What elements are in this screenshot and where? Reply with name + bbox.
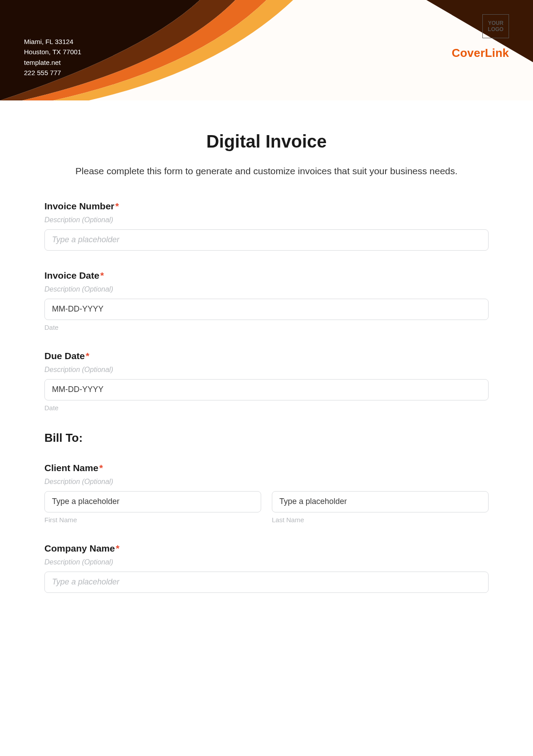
field-description: Description (Optional)	[44, 366, 489, 374]
field-description: Description (Optional)	[44, 285, 489, 293]
form-content: Digital Invoice Please complete this for…	[0, 100, 533, 602]
address-line: template.net	[24, 57, 81, 68]
required-marker: *	[100, 270, 104, 280]
field-label: Invoice Date*	[44, 270, 489, 281]
header-banner: Miami, FL 33124 Houston, TX 77001 templa…	[0, 0, 533, 100]
section-bill-to: Bill To:	[44, 431, 489, 445]
page-title: Digital Invoice	[44, 132, 489, 152]
client-first-name-input[interactable]	[44, 491, 261, 512]
label-text: Company Name	[44, 543, 115, 553]
company-name-input[interactable]	[44, 572, 489, 593]
field-description: Description (Optional)	[44, 478, 489, 486]
page-description: Please complete this form to generate an…	[44, 164, 489, 179]
required-marker: *	[116, 543, 119, 553]
field-invoice-number: Invoice Number* Description (Optional)	[44, 201, 489, 251]
field-sublabel: Date	[44, 404, 489, 412]
required-marker: *	[86, 351, 89, 361]
logo-block: YOUR LOGO CoverLink	[452, 14, 509, 60]
field-company-name: Company Name* Description (Optional)	[44, 543, 489, 593]
due-date-input[interactable]	[44, 379, 489, 400]
label-text: Due Date	[44, 351, 85, 361]
field-due-date: Due Date* Description (Optional) Date	[44, 351, 489, 412]
field-description: Description (Optional)	[44, 558, 489, 566]
field-client-name: Client Name* Description (Optional) Firs…	[44, 463, 489, 524]
field-label: Company Name*	[44, 543, 489, 554]
invoice-date-input[interactable]	[44, 299, 489, 320]
field-label: Invoice Number*	[44, 201, 489, 212]
first-name-sublabel: First Name	[44, 516, 261, 524]
address-line: Miami, FL 33124	[24, 36, 81, 47]
company-address-block: Miami, FL 33124 Houston, TX 77001 templa…	[24, 36, 81, 78]
field-label: Due Date*	[44, 351, 489, 361]
required-marker: *	[99, 463, 103, 473]
field-label: Client Name*	[44, 463, 489, 473]
invoice-number-input[interactable]	[44, 229, 489, 251]
client-last-name-input[interactable]	[272, 491, 489, 512]
label-text: Client Name	[44, 463, 98, 473]
logo-placeholder: YOUR LOGO	[482, 14, 509, 38]
required-marker: *	[115, 201, 119, 211]
label-text: Invoice Number	[44, 201, 115, 211]
label-text: Invoice Date	[44, 270, 99, 280]
field-invoice-date: Invoice Date* Description (Optional) Dat…	[44, 270, 489, 331]
address-line: Houston, TX 77001	[24, 47, 81, 57]
field-description: Description (Optional)	[44, 216, 489, 224]
address-line: 222 555 777	[24, 68, 81, 78]
field-sublabel: Date	[44, 324, 489, 331]
last-name-sublabel: Last Name	[272, 516, 489, 524]
brand-name: CoverLink	[452, 46, 509, 60]
